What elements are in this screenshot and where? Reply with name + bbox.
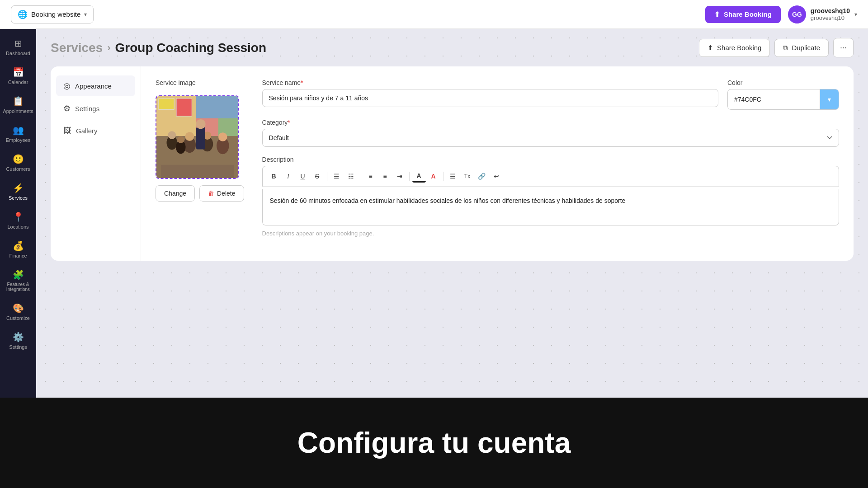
toolbar-underline-button[interactable]: U [296,170,310,183]
share-booking-button-top[interactable]: ⬆ Share Booking [705,6,781,23]
category-select[interactable]: Default Group Individual Workshop [262,129,839,147]
service-image-label: Service image [156,79,244,86]
toolbar-align-left-button[interactable]: ≡ [364,170,377,183]
more-options-button[interactable]: ··· [833,38,854,57]
settings-nav-icon: ⚙ [63,103,71,113]
gallery-icon: 🖼 [63,126,71,136]
toolbar-text-color-button[interactable]: A [412,170,426,183]
toolbar-bold-button[interactable]: B [267,170,281,183]
toolbar-undo-button[interactable]: ↩ [490,170,503,183]
appointments-icon: 📋 [13,96,24,107]
calendar-icon: 📅 [13,67,24,78]
toolbar-clear-format-button[interactable]: Tx [461,170,474,183]
color-input-wrapper: ▾ [727,89,839,110]
color-group: Color ▾ [727,79,839,110]
sidebar-item-locations[interactable]: 📍 Locations [2,207,34,234]
bottom-bar: Configura tu cuenta [0,398,868,488]
sidebar-item-label: Customize [6,315,30,321]
color-label: Color [727,79,839,86]
change-label: Change [164,190,186,197]
avatar: GG [788,5,806,23]
topbar: 🌐 Booking website ▾ ⬆ Share Booking GG g… [0,0,868,29]
sidebar-item-services[interactable]: ⚡ Services [2,178,34,205]
description-editor[interactable]: Sesión de 60 minutos enfocada en estimul… [262,189,839,225]
nav-item-appearance[interactable]: ◎ Appearance [56,75,135,96]
topbar-left: 🌐 Booking website ▾ [11,5,94,23]
globe-icon: 🌐 [18,9,28,19]
change-image-button[interactable]: Change [156,185,195,202]
sidebar-item-appointments[interactable]: 📋 Appointments [2,91,34,118]
category-row: Category* Default Group Individual Works… [262,119,839,147]
toolbar-unordered-list-button[interactable]: ☷ [344,170,358,183]
finance-icon: 💰 [13,240,24,251]
description-label: Description [262,156,839,163]
content-area: Services › Group Coaching Session ⬆ Shar… [36,29,868,398]
chevron-down-icon: ▾ [84,11,87,18]
color-swatch-button[interactable]: ▾ [820,89,839,109]
toolbar-link-button[interactable]: 🔗 [475,170,489,183]
sidebar-item-customize[interactable]: 🎨 Customize [2,298,34,325]
page-header: Services › Group Coaching Session ⬆ Shar… [36,29,868,66]
delete-label: Delete [217,190,235,197]
sidebar-item-dashboard[interactable]: ⊞ Dashboard [2,33,34,61]
toolbar-align-button[interactable]: ☰ [446,170,460,183]
svg-rect-18 [159,99,174,109]
share-booking-label: Share Booking [717,44,761,52]
card-content: Service image [141,66,854,261]
required-indicator: * [288,119,290,126]
duplicate-label: Duplicate [792,44,820,52]
sidebar-item-label: Locations [7,224,28,230]
toolbar-indent-button[interactable]: ⇥ [393,170,406,183]
toolbar-align-right-button[interactable]: ≡ [378,170,392,183]
sidebar-item-label: Settings [9,344,27,350]
sidebar-item-features[interactable]: 🧩 Features & Integrations [2,265,34,296]
image-actions: Change 🗑 Delete [156,185,244,202]
toolbar-italic-button[interactable]: I [282,170,295,183]
toolbar-ordered-list-button[interactable]: ☰ [330,170,344,183]
svg-point-13 [218,132,227,141]
sidebar-item-employees[interactable]: 👥 Employees [2,120,34,147]
page-header-actions: ⬆ Share Booking ⧉ Duplicate ··· [699,38,854,57]
dashboard-icon: ⊞ [14,38,22,49]
service-image-section: Service image [156,79,244,248]
svg-rect-20 [161,165,234,178]
sidebar-item-settings[interactable]: ⚙️ Settings [2,327,34,354]
sidebar-item-label: Customers [6,166,30,172]
customers-icon: 🙂 [13,154,24,164]
service-name-label: Service name* [262,79,718,86]
toolbar-strikethrough-button[interactable]: S [311,170,324,183]
delete-image-button[interactable]: 🗑 Delete [199,185,244,202]
category-group: Category* Default Group Individual Works… [262,119,839,147]
booking-website-button[interactable]: 🌐 Booking website ▾ [11,5,94,23]
user-menu[interactable]: GG grooveshq10 grooveshq10 ▾ [788,5,857,23]
sidebar-item-finance[interactable]: 💰 Finance [2,236,34,263]
duplicate-button[interactable]: ⧉ Duplicate [774,39,829,57]
nav-item-settings[interactable]: ⚙ Settings [56,98,135,119]
nav-item-gallery[interactable]: 🖼 Gallery [56,121,135,141]
color-input[interactable] [728,91,820,108]
toolbar-highlight-button[interactable]: A [427,170,440,183]
sidebar-item-label: Finance [9,253,27,258]
duplicate-icon: ⧉ [783,44,788,52]
service-image [156,95,238,179]
sidebar: ⊞ Dashboard 📅 Calendar 📋 Appointments 👥 … [0,29,36,398]
svg-point-15 [177,136,184,143]
nav-item-label: Settings [75,105,99,113]
sidebar-item-calendar[interactable]: 📅 Calendar [2,62,34,89]
chevron-down-icon: ▾ [828,96,831,103]
services-breadcrumb-link[interactable]: Services [51,41,103,55]
sidebar-item-customers[interactable]: 🙂 Customers [2,149,34,176]
share-booking-label-top: Share Booking [724,10,772,18]
svg-rect-19 [176,99,192,116]
user-chevron-icon: ▾ [854,11,857,18]
sidebar-item-label: Employees [6,137,30,143]
sidebar-item-label: Dashboard [6,51,30,56]
form-section: Service name* Color ▾ [262,79,839,248]
trash-icon: 🗑 [208,190,214,197]
svg-point-17 [196,119,206,129]
sidebar-item-label: Calendar [8,80,28,85]
share-booking-button[interactable]: ⬆ Share Booking [699,39,770,57]
employees-icon: 👥 [13,125,24,136]
service-name-input[interactable] [262,89,718,107]
user-info: grooveshq10 grooveshq10 [811,7,850,21]
